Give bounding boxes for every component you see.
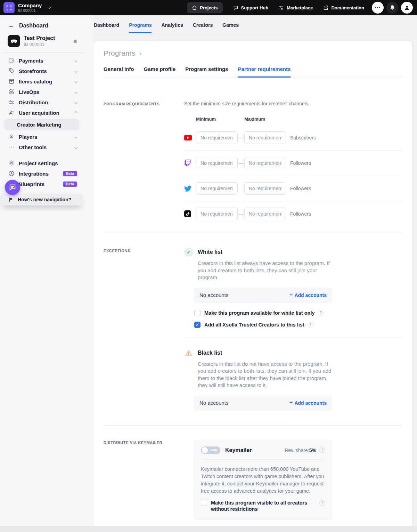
list-divider xyxy=(184,338,402,338)
white-list-block: ✓ White list Creators in this list alway… xyxy=(184,248,402,328)
program-requirements-section: PROGRAM REQUIREMENTS Set the minimum siz… xyxy=(104,101,402,226)
trusted-creators-checkbox[interactable]: ✓ xyxy=(194,322,201,328)
twitch-max-input[interactable] xyxy=(244,157,286,169)
topnav-label: Support Hub xyxy=(241,5,269,10)
subtab-program-settings[interactable]: Program settings xyxy=(185,66,228,78)
chevron-right-icon: › xyxy=(139,49,142,57)
account-button[interactable] xyxy=(401,2,413,14)
person-icon xyxy=(8,134,15,140)
logo-glyph: o xyxy=(10,8,11,11)
tab-analytics[interactable]: Analytics xyxy=(161,22,183,33)
visible-to-all-checkbox[interactable] xyxy=(201,500,207,506)
tab-creators[interactable]: Creators xyxy=(193,22,213,33)
program-tabs: Dashboard Programs Analytics Creators Ga… xyxy=(94,15,412,33)
sidebar-item-label: Project settings xyxy=(19,160,58,166)
sidebar-item-distribution[interactable]: Distribution xyxy=(0,97,83,107)
white-list-description: Creators in this list always have access… xyxy=(198,260,330,281)
chevron-down-icon[interactable] xyxy=(48,5,51,9)
topnav-support-hub[interactable]: Support Hub xyxy=(233,5,269,10)
bell-icon xyxy=(390,5,395,10)
beta-badge: Beta xyxy=(63,171,77,176)
topnav-projects[interactable]: Projects xyxy=(187,2,222,13)
sidebar-item-user-acquisition[interactable]: User acquisition xyxy=(0,107,83,118)
company-logo[interactable]: xs ▴o xyxy=(3,2,15,13)
left-column: ← Dashboard Test Project ID 000001 Payme… xyxy=(0,15,94,526)
toggle-state-label: OFF xyxy=(211,449,218,452)
youtube-max-input[interactable] xyxy=(244,131,286,144)
topnav-label: Projects xyxy=(200,5,218,10)
sidebar-item-liveops[interactable]: LiveOps xyxy=(0,87,83,97)
twitch-min-input[interactable] xyxy=(196,157,238,169)
back-to-dashboard[interactable]: ← Dashboard xyxy=(0,15,83,29)
wallet-icon xyxy=(8,57,15,64)
twitter-min-input[interactable] xyxy=(196,182,238,195)
plus-icon: + xyxy=(289,291,293,298)
tab-dashboard[interactable]: Dashboard xyxy=(94,22,119,33)
back-arrow-icon: ← xyxy=(8,22,14,29)
sidebar-item-label: Other tools xyxy=(19,144,47,150)
tiktok-max-input[interactable] xyxy=(244,208,286,220)
topnav-documentation[interactable]: Documentation xyxy=(323,5,364,10)
subtab-game-profile[interactable]: Game profile xyxy=(144,66,176,78)
help-icon[interactable]: ? xyxy=(319,447,325,453)
sidebar-item-creator-marketing[interactable]: Creator Marketing xyxy=(4,119,79,130)
sidebar-item-label: Payments xyxy=(19,58,43,64)
add-accounts-link[interactable]: + Add accounts xyxy=(289,292,327,298)
project-id: ID 000001 xyxy=(24,42,55,47)
project-name: Test Project xyxy=(24,35,55,42)
subtab-general-info[interactable]: General info xyxy=(104,66,134,78)
requirement-row-youtube: — Subscribers xyxy=(184,125,402,150)
flag-icon xyxy=(8,197,14,202)
black-list-accounts-box: No accounts + Add accounts xyxy=(194,395,332,411)
sidebar-item-label: Integrations xyxy=(19,171,49,177)
white-list-only-option: Make this program available for white li… xyxy=(194,310,402,316)
chevron-down-icon xyxy=(74,145,78,149)
top-navigation: Projects Support Hub Marketplace Documen… xyxy=(187,2,364,13)
company-switcher[interactable]: Company ID 000001 xyxy=(18,2,42,13)
unit-label: Followers xyxy=(290,211,311,217)
youtube-min-input[interactable] xyxy=(196,131,238,144)
help-icon[interactable]: ? xyxy=(319,500,325,506)
more-button[interactable]: ··· xyxy=(372,2,384,14)
sidebar-item-payments[interactable]: Payments xyxy=(0,55,83,66)
accounts-count: No accounts xyxy=(199,400,228,406)
chevron-down-icon xyxy=(74,69,78,73)
external-link-icon xyxy=(323,5,328,10)
notifications-button[interactable] xyxy=(386,2,398,14)
whats-new-navigation-banner[interactable]: How's new navigation? xyxy=(0,194,83,205)
page-bottom-strip xyxy=(0,526,417,532)
help-icon[interactable]: ? xyxy=(318,310,324,316)
sidebar-item-label: Items catalog xyxy=(19,79,52,84)
sidebar-item-players[interactable]: Players xyxy=(0,131,83,142)
tiktok-min-input[interactable] xyxy=(196,208,238,220)
range-dash: — xyxy=(238,211,244,217)
unit-label: Followers xyxy=(290,160,311,166)
help-icon[interactable]: ? xyxy=(308,322,313,328)
chat-fab-button[interactable] xyxy=(5,180,20,195)
sidebar-item-project-settings[interactable]: Project settings xyxy=(0,158,83,168)
keymailer-toggle[interactable]: OFF xyxy=(201,446,220,454)
twitter-max-input[interactable] xyxy=(244,182,286,195)
topbar-actions: ··· xyxy=(372,2,413,14)
logo-glyph: x xyxy=(7,5,8,7)
add-accounts-link[interactable]: + Add accounts xyxy=(289,400,327,406)
range-dash: — xyxy=(238,160,244,166)
sidebar-item-items-catalog[interactable]: Items catalog xyxy=(0,76,83,87)
range-dash: — xyxy=(238,186,244,191)
tab-programs[interactable]: Programs xyxy=(129,22,152,33)
home-icon[interactable] xyxy=(73,39,78,44)
chevron-down-icon xyxy=(74,135,78,138)
liveops-icon xyxy=(8,89,15,95)
sidebar-item-storefronts[interactable]: Storefronts xyxy=(0,66,83,76)
sidebar-item-other-tools[interactable]: Other tools xyxy=(0,142,83,152)
topnav-marketplace[interactable]: Marketplace xyxy=(279,5,313,10)
tab-games[interactable]: Games xyxy=(222,22,239,33)
exceptions-section: EXCEPTIONS ✓ White list Creators in this… xyxy=(104,233,402,411)
project-row[interactable]: Test Project ID 000001 xyxy=(8,35,78,47)
ellipsis-icon xyxy=(8,144,15,150)
sidebar-item-integrations[interactable]: Integrations Beta xyxy=(0,168,83,179)
white-list-only-checkbox[interactable] xyxy=(194,310,201,316)
rev-share: Rev. share:5% ? xyxy=(285,447,325,453)
breadcrumb-programs[interactable]: Programs xyxy=(104,49,135,57)
subtab-partner-requirements[interactable]: Partner requirements xyxy=(238,66,291,78)
